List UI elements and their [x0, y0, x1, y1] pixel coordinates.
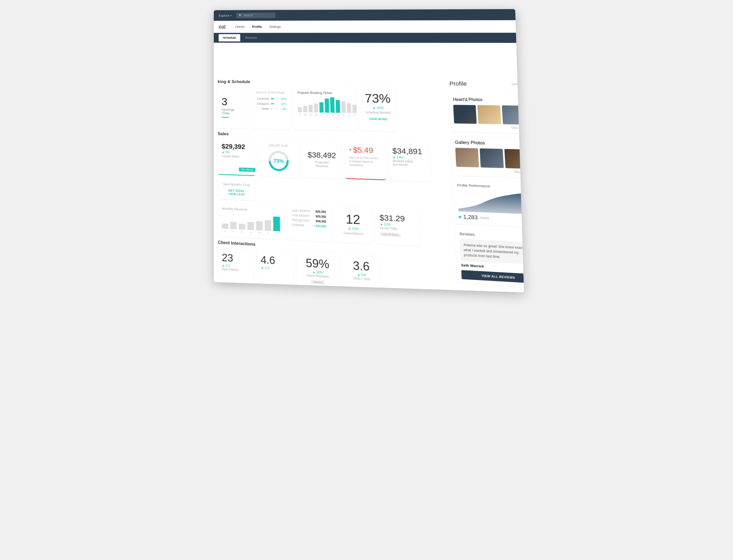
gallery-photos-title: Gallery Photos	[455, 140, 485, 146]
mini-bar-j2	[265, 220, 271, 231]
perf-views: 1,283 Views	[458, 214, 524, 223]
source-row-facebook: Facebook 50%	[254, 97, 287, 100]
source-bar-twitter	[271, 108, 271, 109]
nav-item-settings[interactable]: Settings	[269, 24, 281, 30]
booked-sales-label: Booked Salesthis Month	[393, 159, 426, 167]
bar-label-3: 3	[331, 114, 335, 116]
projected-val: $38,392	[316, 219, 326, 223]
cancellations-number: 12	[338, 212, 368, 228]
gallery-photos-count: 89	[521, 141, 524, 147]
reviewer-name: Seth Warrick	[461, 263, 524, 271]
popular-card: Popular Booking Times	[293, 87, 357, 130]
hearted-photos-title: Heart'd Photos	[453, 97, 483, 102]
svg-point-2	[523, 192, 524, 194]
perf-dot-icon	[459, 216, 461, 218]
booked-sales-amount: $34,891	[392, 146, 425, 156]
profile-header: Profile View More	[448, 80, 524, 90]
teal-bar-decoration	[222, 117, 229, 118]
bar-label-6: 6	[347, 114, 351, 117]
view-more-schedule[interactable]: VIEW MORE	[364, 117, 393, 121]
bar-label-7: 7	[353, 114, 357, 117]
hearted-photo-2[interactable]	[477, 105, 501, 124]
bar-label-11: 11	[309, 113, 313, 116]
bar-5	[341, 101, 346, 113]
donut-card: $40,000 Goal 73%	[258, 139, 300, 177]
bar-labels: 9 10 11 12 1 2 3 4 5	[298, 113, 357, 117]
source-pct-instagram: 42%	[279, 102, 287, 105]
donut-pct: 73%	[273, 158, 284, 164]
hearted-photos-header: Heart'd Photos 68	[453, 97, 524, 103]
bar-label-9: 9	[298, 113, 302, 116]
openings-card: 3 OpeningsToday	[218, 86, 247, 128]
mini-bar-f	[230, 222, 237, 229]
donut-chart: 73%	[267, 149, 290, 173]
projected-card: $38,492 ProjectedRevenue	[302, 140, 342, 179]
gallery-photos-view-more[interactable]: View More	[456, 168, 524, 174]
source-row-instagram: Instagram 42%	[254, 102, 287, 105]
source-label-twitter: Twitter	[254, 107, 269, 110]
bar-label-2: 2	[325, 114, 329, 116]
change-label: CHANGE	[292, 223, 304, 227]
monthly-bar-chart	[222, 213, 280, 231]
source-bar-facebook	[271, 98, 274, 99]
gallery-photos-header: Gallery Photos 89	[455, 139, 524, 147]
hourly-rate-card: $31.29 ▲ 12% Hourly Rate Last 30 Days	[375, 209, 420, 247]
this-month-label: THIS MONTH	[292, 214, 310, 218]
schedule-pct-number: 73%	[363, 92, 392, 105]
tab-schedule[interactable]: Schedule	[219, 34, 240, 41]
stat-row-last-month: LAST MONTH $28,392	[292, 209, 326, 214]
tab-revenue[interactable]: Revenue	[241, 34, 261, 41]
profile-view-more[interactable]: View More	[511, 82, 524, 86]
schedule-pct-card: 73% ▲ 20% Schedule Booked VIEW MORE	[359, 87, 398, 131]
gallery-photo-3[interactable]	[504, 149, 524, 169]
price-alert-text: Your Cut & Color service is cheaper base…	[349, 156, 381, 168]
profile-performance-card: Profile Performance	[453, 179, 524, 227]
search-input[interactable]	[244, 14, 273, 17]
mini-bar-m2	[256, 221, 263, 231]
gallery-photo-2[interactable]	[480, 148, 504, 168]
right-sidebar: Profile View More Heart'd Photos 68	[448, 80, 524, 293]
monthly-revenue-card: Monthly Revenue	[218, 202, 285, 240]
past-clients-number: 23	[222, 252, 249, 265]
nav-item-profile[interactable]: Profile	[252, 24, 262, 30]
explore-button[interactable]: Explore ▾	[219, 14, 232, 17]
source-bar-instagram	[271, 103, 274, 104]
hearted-photos-view-more[interactable]: View More	[454, 125, 524, 130]
hearted-photos-grid	[453, 105, 524, 125]
hearted-photo-3[interactable]	[502, 105, 524, 125]
bar-6	[347, 103, 351, 113]
perf-views-number: 1,283	[463, 214, 478, 221]
bar-12	[314, 104, 318, 113]
bar-10	[303, 106, 307, 112]
perf-chart	[457, 189, 524, 214]
past-clients-card: 23 ▲ 1.2 Past Clients	[218, 247, 254, 285]
bar-label-5: 5	[342, 114, 346, 116]
popular-title: Popular Booking Times	[298, 91, 351, 95]
price-down-arrow-icon: ▼	[349, 148, 352, 152]
price-alert-amount: $5.49	[353, 146, 373, 155]
goal-label: $40,000 Goal	[262, 144, 295, 148]
rev-stats-card: LAST MONTH $28,392 THIS MONTH $29,392 PR…	[287, 205, 331, 242]
perf-views-label: Views	[480, 216, 489, 220]
source-title: Source of Bookings	[254, 90, 287, 94]
bar-3	[330, 97, 335, 113]
mini-bar-a1	[247, 222, 254, 230]
mini-bar-a2	[273, 217, 280, 231]
source-card: Source of Bookings Facebook 50% Inst	[250, 86, 291, 129]
visits-card: 3.6 ▲ 0.8 Visits / Year	[342, 254, 381, 292]
view-less-link[interactable]: VIEW LESS	[229, 192, 245, 196]
nav-item-clients[interactable]: Clients	[235, 24, 245, 30]
openings-label: OpeningsToday	[222, 108, 234, 115]
booking-section-title: king & Schedule	[218, 79, 444, 86]
gallery-photo-1[interactable]	[455, 148, 479, 167]
this-month-val: $29,392	[316, 215, 326, 218]
rating-card: 4.6 ▲ 1.2	[257, 249, 293, 287]
schedule-pct-label: Schedule Booked	[364, 110, 393, 115]
source-pct-facebook: 50%	[279, 97, 286, 100]
view-all-reviews-button[interactable]: VIEW ALL REVIEWS	[461, 270, 524, 284]
mini-bar-m	[239, 224, 245, 230]
hearted-photo-1[interactable]	[453, 105, 477, 124]
bar-label-10: 10	[303, 113, 307, 116]
bar-label-4: 4	[336, 114, 340, 116]
review-text: Arianna was so great! She knew exactly w…	[460, 239, 524, 265]
